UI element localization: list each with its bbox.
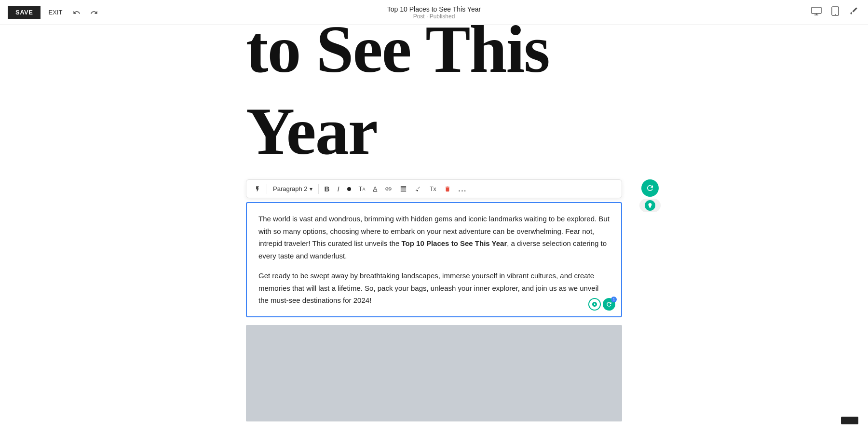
undo-icon	[73, 9, 81, 16]
align-button[interactable]	[397, 183, 410, 194]
refresh-icon	[646, 184, 654, 192]
page-subtitle: Post · Published	[387, 13, 481, 20]
ai-settings-button[interactable]	[588, 298, 601, 311]
strikethrough-button[interactable]: A	[370, 183, 380, 194]
notification-badge: 1	[611, 297, 617, 302]
align-icon	[400, 185, 407, 192]
delete-icon	[444, 186, 451, 192]
toolbar-sep-2	[318, 184, 319, 194]
highlight-button[interactable]	[412, 183, 425, 194]
theme-editor-button[interactable]	[847, 4, 860, 20]
tablet-icon	[831, 6, 839, 16]
content-area: to See This Year Paragraph 2 ▾	[0, 25, 868, 434]
top-bar-left: SAVE EXIT	[8, 6, 101, 19]
bulb-icon	[647, 203, 653, 208]
lightning-button[interactable]	[251, 184, 264, 194]
brush-icon	[849, 6, 858, 16]
save-button[interactable]: SAVE	[8, 6, 41, 19]
top-bar-center: Top 10 Places to See This Year Post · Pu…	[387, 5, 481, 20]
bold-button[interactable]: B	[322, 183, 333, 195]
toolbar-sep-1	[267, 184, 267, 194]
paragraph-1: The world is vast and wondrous, brimming…	[258, 213, 610, 262]
year-heading: Year	[246, 88, 622, 179]
more-options-button[interactable]: ...	[456, 183, 470, 195]
ai-icon	[606, 301, 612, 308]
exit-button[interactable]: EXIT	[44, 6, 66, 19]
superscript-button[interactable]: TA	[356, 183, 368, 194]
ai-bulb-button[interactable]	[645, 200, 655, 211]
ai-bulb-container	[639, 199, 661, 212]
lightning-icon	[254, 186, 261, 192]
format-toolbar: Paragraph 2 ▾ B I TA A Tx .	[246, 179, 622, 198]
color-dot	[347, 187, 351, 191]
top-bar-right	[809, 4, 860, 20]
page-title: Top 10 Places to See This Year	[387, 5, 481, 13]
text-content-block[interactable]: The world is vast and wondrous, brimming…	[246, 202, 622, 317]
highlight-icon	[415, 185, 422, 192]
desktop-view-button[interactable]	[809, 5, 824, 20]
top-bar: SAVE EXIT Top 10 Places to See This Year…	[0, 0, 868, 25]
tablet-view-button[interactable]	[829, 4, 841, 20]
ai-float-panel	[639, 179, 661, 212]
svg-rect-0	[812, 7, 821, 14]
ai-generate-button[interactable]: 1	[603, 298, 615, 311]
heading-partial: to See This	[246, 25, 622, 88]
paragraph-style-label: Paragraph 2	[273, 185, 308, 192]
bottom-right-button[interactable]	[841, 417, 858, 424]
clear-format-button[interactable]: Tx	[427, 184, 439, 194]
delete-button[interactable]	[441, 184, 454, 194]
paragraph-style-select[interactable]: Paragraph 2 ▾	[270, 183, 315, 194]
svg-point-2	[835, 14, 836, 15]
dot-button[interactable]	[344, 185, 354, 193]
desktop-icon	[811, 7, 822, 15]
bold-text: Top 10 Places to See This Year	[402, 239, 507, 247]
link-icon	[385, 185, 392, 192]
ai-refresh-button[interactable]	[641, 179, 659, 197]
image-block	[246, 325, 622, 421]
editor-wrapper: to See This Year Paragraph 2 ▾	[246, 25, 622, 434]
text-block-actions: 1	[588, 298, 615, 311]
redo-icon	[90, 9, 98, 16]
link-button[interactable]	[382, 183, 395, 194]
italic-button[interactable]: I	[334, 183, 342, 195]
chevron-down-icon: ▾	[310, 186, 312, 192]
paragraph-2: Get ready to be swept away by breathtaki…	[258, 270, 610, 307]
settings-icon	[592, 301, 597, 307]
undo-button[interactable]	[70, 6, 83, 19]
redo-button[interactable]	[87, 6, 101, 19]
